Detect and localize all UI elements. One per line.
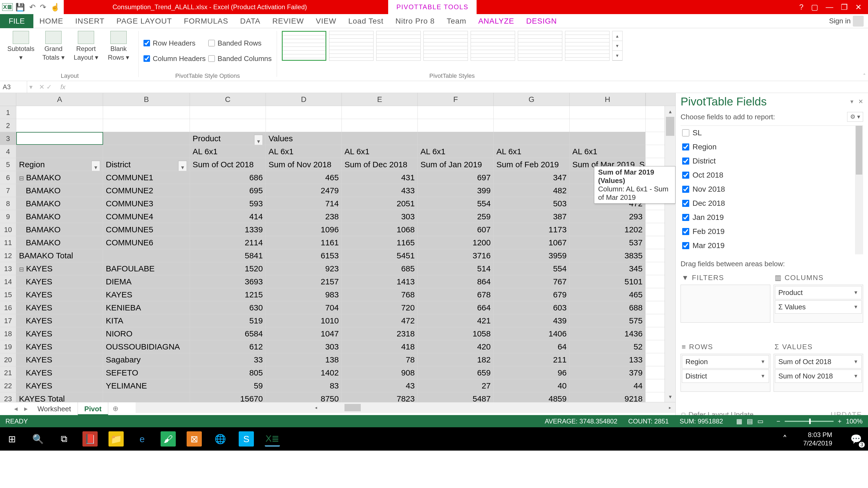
cell[interactable]: 537 [569,236,646,249]
cell[interactable]: COMMUNE6 [103,236,190,249]
cell[interactable]: 418 [342,340,418,353]
cell[interactable]: 5451 [342,249,418,262]
cell[interactable] [16,145,103,158]
cell[interactable] [16,132,103,145]
file-tab[interactable]: FILE [0,14,33,28]
search-icon[interactable]: 🔍 [30,431,45,447]
style-gallery-more[interactable]: ▴▾▾ [612,31,622,61]
cell[interactable]: 679 [494,288,569,301]
cell[interactable]: BAMAKO [16,236,103,249]
cell[interactable]: KAYES [16,366,103,379]
area-item[interactable]: Sum of Nov 2018▼ [775,369,862,383]
cell[interactable]: 387 [494,210,569,223]
cell[interactable]: 514 [418,262,494,275]
cell[interactable]: 554 [494,262,569,275]
ribbon-tab[interactable]: DATA [234,14,267,28]
cell[interactable] [569,106,646,119]
cell[interactable]: 303 [342,210,418,223]
cell[interactable]: COMMUNE4 [103,210,190,223]
cell[interactable]: 1200 [418,236,494,249]
ribbon-tab[interactable]: Nitro Pro 8 [390,14,441,28]
column-header[interactable]: D [266,93,342,106]
row-header[interactable]: 16 [0,301,16,314]
new-sheet-icon[interactable]: ⊕ [108,404,123,413]
cell[interactable] [418,119,494,132]
cell[interactable]: 1339 [190,223,266,236]
field-item[interactable]: Nov 2018 [681,182,863,196]
cell[interactable]: 697 [418,171,494,184]
cell[interactable]: 1520 [190,262,266,275]
cell[interactable]: 1067 [494,236,569,249]
cell[interactable]: 8750 [266,392,342,402]
row-header[interactable]: 10 [0,223,16,236]
cell[interactable]: 6153 [266,249,342,262]
cell[interactable]: 603 [494,301,569,314]
tools-icon[interactable]: ⚙ ▾ [847,112,863,122]
cell[interactable]: 133 [569,353,646,366]
cell[interactable]: 433 [342,184,418,197]
cell[interactable]: 503 [494,197,569,210]
row-header[interactable]: 13 [0,262,16,275]
cell[interactable]: 678 [418,288,494,301]
cell[interactable]: 1402 [266,366,342,379]
ribbon-button[interactable]: ReportLayout ▾ [71,31,101,71]
ribbon-tab[interactable]: VIEW [310,14,342,28]
cell[interactable]: 983 [266,288,342,301]
cell[interactable]: 238 [266,210,342,223]
select-all-corner[interactable] [0,93,16,106]
clock[interactable]: 8:03 PM7/24/2019 [803,430,838,447]
cell[interactable]: Sum of Dec 2018 [342,158,418,171]
row-header[interactable]: 7 [0,184,16,197]
app-icon[interactable]: 📕 [83,431,98,447]
banded-rows-checkbox[interactable]: Banded Rows [208,39,272,47]
values-area[interactable]: ΣVALUES Sum of Oct 2018▼Sum of Nov 2018▼ [774,340,863,406]
xampp-icon[interactable]: ⊠ [187,431,202,447]
cell[interactable]: BAFOULABE [103,262,190,275]
help-icon[interactable]: ? [799,3,803,12]
cell[interactable]: DIEMA [103,275,190,288]
cell[interactable]: KITA [103,314,190,327]
sheet-tab-pivot[interactable]: Pivot [78,402,108,415]
rows-area[interactable]: ≡ROWS Region▼District▼ [681,340,770,406]
collapse-ribbon-icon[interactable]: ˆ [863,73,865,79]
cell[interactable]: 575 [569,314,646,327]
row-header[interactable]: 21 [0,366,16,379]
redo-icon[interactable]: ↷ [38,3,48,12]
cell[interactable]: 379 [569,366,646,379]
column-header[interactable]: A [16,93,103,106]
field-item[interactable]: District [681,154,863,168]
style-swatch[interactable] [565,31,610,61]
cell[interactable]: 607 [418,223,494,236]
cell[interactable]: 688 [569,301,646,314]
cell[interactable]: BAMAKO Total [16,249,103,262]
cell[interactable] [190,106,266,119]
cell[interactable]: 1096 [266,223,342,236]
cell[interactable]: 1165 [342,236,418,249]
cell[interactable]: 96 [494,366,569,379]
cell[interactable]: 1047 [266,327,342,340]
cell[interactable]: BAMAKO [16,197,103,210]
style-swatch[interactable] [282,31,326,61]
ribbon-tab-context[interactable]: DESIGN [520,14,563,28]
excel-taskbar-icon[interactable]: X≣ [265,431,280,447]
field-item[interactable]: Region [681,140,863,154]
pane-close-icon[interactable]: ✕ [858,98,863,105]
view-switcher[interactable]: ▦▤▭ [734,418,766,425]
name-box[interactable]: A3 [0,81,27,93]
cell[interactable]: 6584 [190,327,266,340]
ribbon-button[interactable]: BlankRows ▾ [104,31,133,71]
cell[interactable] [103,145,190,158]
cell[interactable]: KAYES [16,327,103,340]
cell[interactable]: Sum of Nov 2018 [266,158,342,171]
cell[interactable] [494,132,569,145]
notifications-icon[interactable]: 💬3 [848,431,864,447]
cell[interactable]: 421 [418,314,494,327]
ribbon-tab[interactable]: HOME [33,14,69,28]
cell[interactable]: 27 [418,379,494,392]
cell[interactable]: KAYES [16,288,103,301]
cell[interactable]: 1436 [569,327,646,340]
cell[interactable]: 659 [418,366,494,379]
column-header[interactable]: B [103,93,190,106]
cell[interactable]: YELIMANE [103,379,190,392]
style-swatch[interactable] [376,31,421,61]
